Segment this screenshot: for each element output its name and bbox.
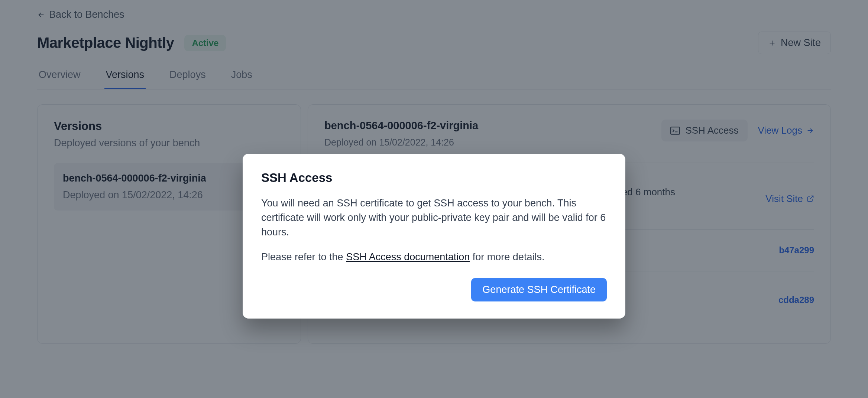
ssh-access-modal: SSH Access You will need an SSH certific… xyxy=(243,154,625,319)
modal-para2-pre: Please refer to the xyxy=(261,251,346,262)
modal-overlay[interactable]: SSH Access You will need an SSH certific… xyxy=(0,0,868,398)
ssh-docs-link[interactable]: SSH Access documentation xyxy=(346,251,470,262)
modal-paragraph-1: You will need an SSH certificate to get … xyxy=(261,196,607,239)
modal-paragraph-2: Please refer to the SSH Access documenta… xyxy=(261,250,607,264)
modal-title: SSH Access xyxy=(261,171,607,185)
generate-ssh-button[interactable]: Generate SSH Certificate xyxy=(471,278,607,301)
modal-para2-post: for more details. xyxy=(470,251,544,262)
